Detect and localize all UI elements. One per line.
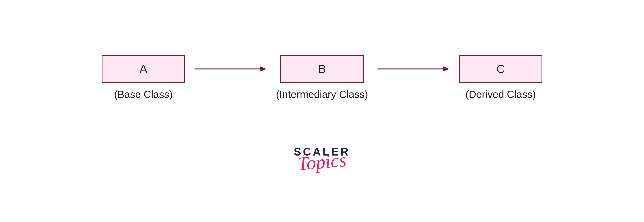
class-box-c: C	[459, 55, 542, 83]
class-letter: B	[318, 62, 326, 76]
class-box-b: B	[280, 55, 364, 83]
arrow-icon	[194, 65, 266, 73]
inheritance-diagram: A (Base Class) B (Intermediary Class) C …	[0, 55, 644, 100]
class-label-c: (Derived Class)	[466, 88, 536, 100]
arrow-a-to-b	[185, 55, 276, 83]
svg-marker-1	[260, 66, 266, 72]
svg-marker-3	[443, 66, 450, 72]
class-node-c: C (Derived Class)	[459, 55, 542, 100]
logo-line2: Topics	[297, 153, 347, 171]
scaler-topics-logo: SCALER Topics	[294, 146, 350, 169]
class-letter: C	[496, 62, 505, 76]
class-node-b: B (Intermediary Class)	[276, 55, 368, 100]
arrow-icon	[378, 65, 450, 73]
class-label-a: (Base Class)	[114, 88, 172, 100]
class-node-a: A (Base Class)	[102, 55, 185, 100]
class-letter: A	[140, 62, 147, 76]
class-label-b: (Intermediary Class)	[276, 88, 368, 100]
arrow-b-to-c	[368, 55, 459, 83]
class-box-a: A	[102, 55, 185, 83]
